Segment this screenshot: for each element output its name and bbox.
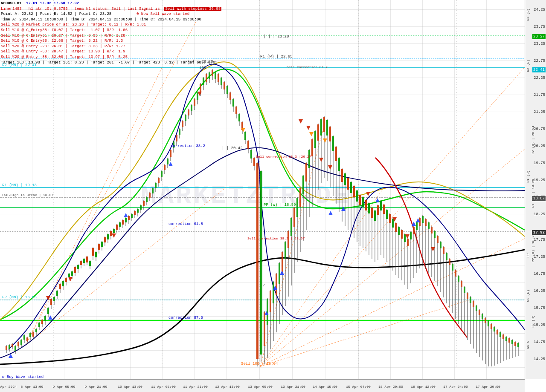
svg-rect-266 xyxy=(374,210,376,221)
svg-rect-230 xyxy=(320,119,322,135)
svg-rect-56 xyxy=(59,284,61,289)
axis-price-2275: 22.75 xyxy=(534,59,545,63)
axis-price-2325: 23.25 xyxy=(534,42,545,46)
svg-rect-156 xyxy=(209,72,210,79)
time-15apr20: 15 Apr 20:00 xyxy=(378,385,403,389)
svg-rect-142 xyxy=(188,110,189,115)
svg-marker-364 xyxy=(48,315,52,320)
svg-rect-110 xyxy=(140,205,142,210)
svg-rect-90 xyxy=(110,231,112,236)
svg-text:correction 61.8: correction 61.8 xyxy=(168,222,203,226)
axis-price-1425: 14.25 xyxy=(534,357,545,361)
svg-rect-70 xyxy=(80,261,82,265)
svg-rect-46 xyxy=(44,316,46,321)
time-9apr21: 9 Apr 21:00 xyxy=(85,385,107,389)
svg-marker-369 xyxy=(280,271,284,275)
svg-rect-310 xyxy=(440,242,441,248)
axis-price-2425: 24.25 xyxy=(534,8,545,12)
svg-rect-358 xyxy=(511,340,513,344)
svg-text:R1 (w) | 22.65: R1 (w) | 22.65 xyxy=(260,55,293,59)
svg-rect-74 xyxy=(86,257,88,262)
svg-rect-320 xyxy=(455,270,456,277)
svg-rect-92 xyxy=(113,229,115,233)
svg-rect-252 xyxy=(353,186,355,197)
axis-price-1975: 19.75 xyxy=(534,161,545,165)
time-15apr04: 15 Apr 04:00 xyxy=(346,385,371,389)
r2d-20-label: R2 (D) | 20.94 xyxy=(531,126,535,154)
info-sell6: Sell %20 @ Entry -50: 28.47 | Target: 13… xyxy=(1,49,221,55)
svg-rect-188 xyxy=(256,163,258,359)
r1d-1929-label: R1 (D) | 19.29 xyxy=(531,179,535,208)
svg-rect-272 xyxy=(383,205,385,214)
svg-line-12 xyxy=(26,21,196,345)
svg-rect-216 xyxy=(299,188,301,207)
svg-rect-222 xyxy=(308,150,310,168)
svg-rect-338 xyxy=(482,314,483,319)
svg-rect-48 xyxy=(47,308,49,314)
svg-rect-34 xyxy=(26,337,28,341)
signal-badge: Sell with stoploss:36.08 xyxy=(164,7,221,11)
svg-rect-176 xyxy=(238,114,240,121)
svg-rect-350 xyxy=(500,332,501,337)
svg-rect-76 xyxy=(89,261,91,266)
axis-price-2225: 22.25 xyxy=(534,76,545,80)
svg-rect-26 xyxy=(15,346,16,351)
svg-rect-256 xyxy=(359,195,361,205)
svg-rect-20 xyxy=(6,346,7,350)
svg-rect-116 xyxy=(149,193,151,198)
svg-rect-180 xyxy=(244,132,246,140)
svg-text:Sell correction 38.2 | 18.07: Sell correction 38.2 | 18.07 xyxy=(247,236,305,240)
svg-rect-206 xyxy=(285,242,286,259)
time-10apr13: 10 Apr 13:00 xyxy=(118,385,142,389)
svg-rect-298 xyxy=(422,216,424,223)
svg-rect-362 xyxy=(517,343,519,347)
svg-rect-276 xyxy=(389,214,391,223)
svg-rect-32 xyxy=(23,335,25,340)
svg-rect-354 xyxy=(505,337,507,341)
axis-price-2175: 21.75 xyxy=(534,93,545,97)
svg-rect-112 xyxy=(143,201,145,206)
s3d-label: S1 5 xyxy=(526,341,530,349)
time-14apr15: 14 Apr 15:00 xyxy=(313,385,337,389)
svg-marker-385 xyxy=(405,234,410,239)
svg-rect-120 xyxy=(155,183,157,188)
svg-text:w Buy Wave started: w Buy Wave started xyxy=(2,375,44,379)
info-sell4: Sell %10 @ C_Entry88: 22.66 | Target: 5.… xyxy=(1,38,221,44)
svg-rect-138 xyxy=(182,121,183,127)
svg-rect-22 xyxy=(9,345,10,349)
info-sell5: Sell %20 @ Entry -23: 26.01 | Target: 8.… xyxy=(1,44,221,49)
s2d-label: S2 (D) xyxy=(531,315,535,328)
svg-rect-212 xyxy=(293,208,295,227)
svg-rect-190 xyxy=(260,171,262,355)
svg-rect-218 xyxy=(302,176,304,194)
svg-rect-104 xyxy=(131,214,133,218)
svg-rect-86 xyxy=(104,237,106,242)
axis-price-2125: 21.25 xyxy=(534,110,545,114)
time-11apr21: 11 Apr 21:00 xyxy=(183,385,208,389)
svg-rect-348 xyxy=(497,330,498,334)
svg-rect-114 xyxy=(146,197,148,202)
svg-rect-52 xyxy=(53,297,55,301)
svg-rect-346 xyxy=(494,327,495,331)
time-17apr20: 17 Apr 20:00 xyxy=(476,385,500,389)
svg-rect-82 xyxy=(98,244,100,250)
svg-rect-330 xyxy=(470,297,471,303)
axis-price-2075: 20.75 xyxy=(534,127,545,131)
svg-rect-238 xyxy=(332,136,334,151)
svg-text:100: 100 xyxy=(199,66,206,70)
svg-text:| | 20.42: | | 20.42 xyxy=(222,146,243,150)
svg-rect-236 xyxy=(329,127,331,141)
info-points: Point A: 23.82 | Point B: 14.52 | Point … xyxy=(1,12,221,17)
time-7apr: 7 Apr 2024 xyxy=(0,385,17,389)
axis-price-1925: 19.25 xyxy=(534,178,545,182)
svg-text:Sell correction 38.3 |20.27: Sell correction 38.3 |20.27 xyxy=(256,155,311,159)
svg-rect-118 xyxy=(152,188,154,193)
svg-rect-198 xyxy=(273,282,274,303)
svg-marker-365 xyxy=(124,213,128,217)
axis-price-1825: 18.25 xyxy=(534,212,545,216)
right-price-axis: 24.25 23.75 23.27 23.25 22.75 22.41 22.2… xyxy=(525,0,546,379)
svg-rect-232 xyxy=(323,117,325,132)
svg-text:FSB-High To Break | 18.87: FSB-High To Break | 18.87 xyxy=(2,193,53,197)
svg-marker-389 xyxy=(323,138,327,143)
svg-rect-280 xyxy=(395,223,397,232)
